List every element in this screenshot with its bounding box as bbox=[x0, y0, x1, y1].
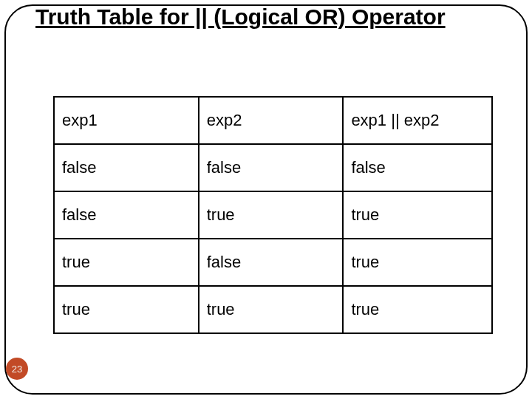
cell-exp2: false bbox=[199, 239, 344, 286]
page-number-badge: 23 bbox=[6, 358, 28, 380]
cell-exp1: false bbox=[54, 191, 199, 239]
truth-table: exp1 exp2 exp1 || exp2 false false false… bbox=[53, 96, 493, 334]
table-row: true false true bbox=[54, 239, 492, 286]
cell-exp2: true bbox=[199, 191, 344, 239]
col-header-exp2: exp2 bbox=[199, 97, 344, 144]
cell-result: false bbox=[343, 144, 492, 191]
col-header-exp1: exp1 bbox=[54, 97, 199, 144]
cell-exp2: true bbox=[199, 286, 344, 333]
page-title: Truth Table for || (Logical OR) Operator bbox=[35, 4, 502, 30]
table-row: false true true bbox=[54, 191, 492, 239]
cell-exp1: false bbox=[54, 144, 199, 191]
col-header-result: exp1 || exp2 bbox=[343, 97, 492, 144]
cell-exp1: true bbox=[54, 286, 199, 333]
cell-result: true bbox=[343, 191, 492, 239]
cell-result: true bbox=[343, 286, 492, 333]
cell-result: true bbox=[343, 239, 492, 286]
truth-table-grid: exp1 exp2 exp1 || exp2 false false false… bbox=[53, 96, 493, 334]
table-header-row: exp1 exp2 exp1 || exp2 bbox=[54, 97, 492, 144]
table-row: false false false bbox=[54, 144, 492, 191]
table-row: true true true bbox=[54, 286, 492, 333]
cell-exp1: true bbox=[54, 239, 199, 286]
cell-exp2: false bbox=[199, 144, 344, 191]
